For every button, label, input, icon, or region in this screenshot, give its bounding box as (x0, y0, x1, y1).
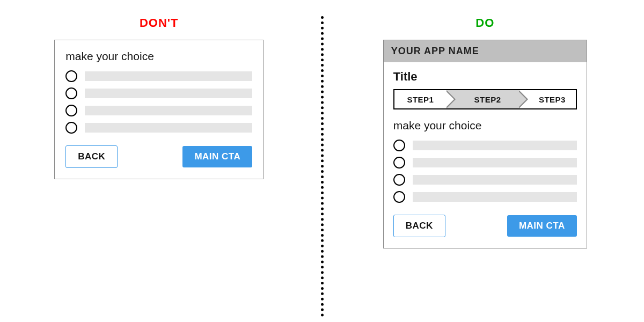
step-2-active[interactable]: STEP2 (447, 90, 519, 108)
do-label: DO (475, 16, 494, 30)
radio-icon[interactable] (65, 122, 77, 134)
main-cta-button[interactable]: MAIN CTA (182, 146, 252, 167)
option-placeholder (413, 175, 577, 185)
button-row: BACK MAIN CTA (65, 145, 252, 168)
do-panel: DO YOUR APP NAME Title STEP1 STEP2 STEP3… (326, 16, 645, 248)
option-placeholder (85, 123, 252, 133)
dont-card: make your choice (54, 40, 264, 179)
back-button[interactable]: BACK (393, 215, 445, 237)
option-row[interactable] (393, 174, 577, 186)
step-1[interactable]: STEP1 (394, 90, 447, 108)
radio-icon[interactable] (393, 174, 405, 186)
option-row[interactable] (393, 191, 577, 203)
do-card-body: Title STEP1 STEP2 STEP3 make your choice (384, 62, 587, 248)
step-indicator: STEP1 STEP2 STEP3 (393, 89, 577, 109)
radio-icon[interactable] (393, 157, 405, 169)
option-placeholder (413, 192, 577, 202)
radio-icon[interactable] (65, 87, 77, 99)
radio-icon[interactable] (393, 140, 405, 151)
option-row[interactable] (393, 157, 577, 169)
option-row[interactable] (65, 70, 252, 82)
do-card: YOUR APP NAME Title STEP1 STEP2 STEP3 ma… (383, 40, 587, 248)
option-placeholder (85, 106, 252, 115)
radio-icon[interactable] (65, 70, 77, 82)
choice-prompt: make your choice (393, 119, 577, 132)
comparison-container: DON'T make your choice (0, 0, 644, 322)
button-row: BACK MAIN CTA (393, 215, 577, 237)
option-placeholder (413, 158, 577, 167)
radio-icon[interactable] (393, 191, 405, 203)
back-button[interactable]: BACK (65, 145, 118, 168)
main-cta-button[interactable]: MAIN CTA (507, 215, 577, 237)
options-list (393, 140, 577, 203)
option-row[interactable] (65, 105, 252, 116)
dont-panel: DON'T make your choice (0, 16, 318, 179)
app-header: YOUR APP NAME (384, 40, 587, 62)
radio-icon[interactable] (65, 105, 77, 116)
vertical-divider (321, 16, 324, 317)
dont-label: DON'T (140, 16, 179, 30)
option-row[interactable] (65, 122, 252, 134)
page-title: Title (393, 70, 577, 84)
option-placeholder (85, 71, 252, 81)
choice-prompt: make your choice (65, 50, 252, 63)
option-placeholder (85, 89, 252, 98)
option-placeholder (413, 141, 577, 150)
option-row[interactable] (65, 87, 252, 99)
options-list (65, 70, 252, 134)
option-row[interactable] (393, 140, 577, 151)
